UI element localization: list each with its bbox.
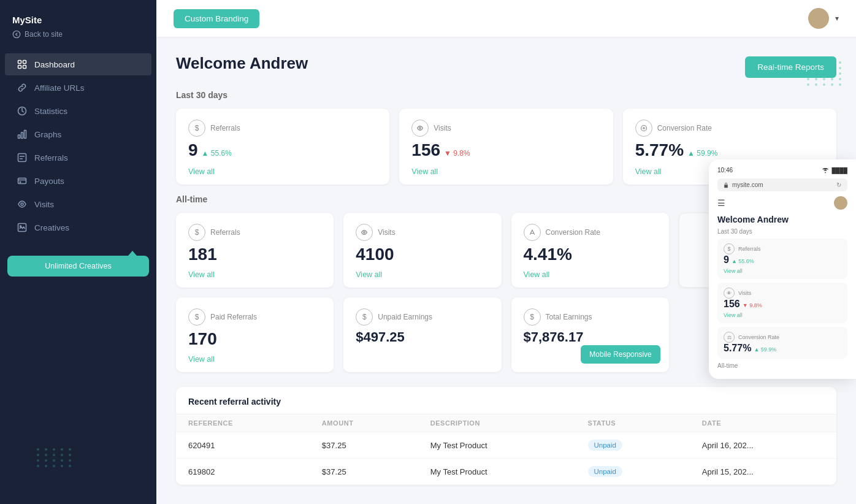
mobile-ref-change: ▲ 55.6% — [732, 258, 754, 264]
alltime-paid-referrals-card: $ Paid Referrals 170 View all — [176, 297, 334, 372]
mobile-nav-row: ☰ — [717, 196, 847, 210]
main-area: Custom Branding ▾ Welcome Andrew Real-ti… — [156, 0, 856, 504]
sidebar-item-creatives[interactable]: Creatives — [5, 216, 151, 239]
sidebar-item-label: Payouts — [34, 177, 64, 186]
cell-status: Unpaid — [576, 459, 690, 485]
mobile-visits-value: 156 — [724, 299, 740, 310]
total-value: $7,876.17 — [524, 329, 584, 345]
cell-date: April 15, 202... — [690, 459, 836, 485]
sidebar-item-payouts[interactable]: Payouts — [5, 170, 151, 192]
table-row: 620491 $37.25 My Test Product Unpaid Apr… — [176, 432, 836, 459]
alltime-total-card: $ Total Earnings $7,876.17 Mobile Respon… — [511, 297, 669, 372]
mobile-visits-view-all[interactable]: View all — [724, 312, 841, 318]
alltime-conversion-card: Conversion Rate 4.41% View all — [511, 213, 669, 288]
at-visits-value: 4100 — [356, 245, 394, 264]
sidebar-item-referrals[interactable]: Referrals — [5, 147, 151, 169]
at-referrals-icon: $ — [188, 224, 205, 241]
mobile-responsive-button[interactable]: Mobile Responsive — [581, 345, 660, 364]
dashboard-icon — [17, 59, 27, 69]
col-status: STATUS — [576, 414, 690, 432]
sidebar-item-visits[interactable]: Visits — [5, 193, 151, 215]
svg-rect-1 — [18, 61, 21, 64]
svg-point-14 — [20, 226, 21, 227]
mobile-alltime-label: All-time — [717, 362, 847, 369]
avatar-icon — [812, 12, 825, 25]
svg-point-11 — [20, 181, 21, 183]
sidebar-item-label: Graphs — [34, 130, 61, 139]
table-row: 619802 $37.25 My Test Product Unpaid Apr… — [176, 459, 836, 485]
at-conversion-label: Conversion Rate — [546, 228, 600, 237]
mobile-visits-icon: 👁 — [724, 288, 735, 299]
wifi-icon — [822, 167, 829, 174]
paid-ref-view-all[interactable]: View all — [188, 355, 321, 364]
cell-ref: 619802 — [176, 459, 310, 485]
avatar[interactable] — [808, 8, 829, 29]
mobile-referrals-card: $ Referrals 9 ▲ 55.6% View all — [717, 239, 847, 279]
svg-point-16 — [419, 128, 421, 129]
mobile-menu-icon: ☰ — [717, 198, 725, 208]
sidebar: MySite Back to site Dashboard Affiliate … — [0, 0, 156, 504]
topbar: Custom Branding ▾ — [156, 0, 856, 37]
mobile-welcome-title: Welcome Andrew — [717, 215, 847, 224]
col-description: DESCRIPTION — [418, 414, 576, 432]
mobile-avatar — [834, 196, 847, 210]
mobile-visits-card: 👁 Visits 156 ▼ 9.8% View all — [717, 283, 847, 323]
svg-rect-3 — [18, 66, 21, 69]
at-visits-view-all[interactable]: View all — [356, 270, 489, 279]
mobile-ref-view-all[interactable]: View all — [724, 268, 841, 274]
svg-point-18 — [364, 232, 365, 234]
at-conversion-view-all[interactable]: View all — [524, 270, 657, 279]
mobile-visits-label: Visits — [738, 290, 751, 296]
mobile-ref-value: 9 — [724, 254, 729, 265]
sidebar-item-dashboard[interactable]: Dashboard — [5, 53, 151, 75]
paid-ref-icon: $ — [188, 308, 205, 326]
mobile-conversion-change: ▲ 59.9% — [754, 346, 776, 353]
svg-rect-4 — [23, 66, 26, 69]
sidebar-item-label: Statistics — [34, 107, 67, 116]
mobile-urlbar: mysite.com ↻ — [717, 178, 847, 191]
sidebar-item-graphs[interactable]: Graphs — [5, 123, 151, 145]
svg-point-15 — [816, 15, 820, 19]
alltime-unpaid-card: $ Unpaid Earnings $497.25 — [343, 297, 501, 372]
col-date: DATE — [690, 414, 836, 432]
last30-referrals-card: $ Referrals 9 ▲ 55.6% View all — [176, 109, 389, 185]
at-conversion-icon — [524, 224, 541, 241]
sidebar-item-label: Visits — [34, 200, 54, 209]
visits-view-all[interactable]: View all — [411, 167, 600, 176]
col-amount: AMOUNT — [310, 414, 418, 432]
mobile-visits-change: ▼ 9.8% — [743, 302, 762, 308]
visits-icon — [17, 199, 27, 209]
total-icon: $ — [524, 308, 541, 326]
svg-rect-8 — [25, 131, 26, 139]
sidebar-item-affiliate-urls[interactable]: Affiliate URLs — [5, 77, 151, 99]
conversion-value: 5.77% — [635, 140, 684, 160]
recent-activity-table: Recent referral activity REFERENCE AMOUN… — [176, 387, 836, 485]
payouts-icon — [17, 176, 27, 186]
svg-rect-6 — [18, 135, 20, 139]
svg-rect-20 — [724, 185, 728, 188]
at-referrals-label: Referrals — [210, 228, 240, 237]
topbar-left: Custom Branding — [174, 9, 259, 28]
at-referrals-view-all[interactable]: View all — [188, 270, 321, 279]
mobile-last30-label: Last 30 days — [717, 228, 847, 235]
at-visits-label: Visits — [378, 228, 395, 237]
svg-rect-10 — [18, 178, 26, 184]
svg-rect-9 — [18, 154, 26, 162]
svg-rect-2 — [23, 61, 26, 64]
unpaid-icon: $ — [356, 308, 373, 326]
sidebar-nav: Dashboard Affiliate URLs Statistics — [0, 48, 156, 243]
conversion-change: ▲ 59.9% — [687, 149, 717, 158]
sidebar-item-label: Dashboard — [34, 60, 75, 69]
welcome-title: Welcome Andrew — [176, 54, 308, 73]
lock-icon — [724, 182, 728, 188]
mobile-status-icons: ████ — [822, 167, 847, 174]
svg-point-21 — [838, 199, 843, 204]
affiliate-icon — [17, 83, 27, 93]
back-to-site[interactable]: Back to site — [0, 28, 156, 48]
sidebar-item-statistics[interactable]: Statistics — [5, 100, 151, 122]
referrals-view-all[interactable]: View all — [188, 167, 377, 176]
referrals-value: 9 — [188, 140, 198, 160]
custom-branding-button[interactable]: Custom Branding — [174, 9, 259, 28]
sidebar-item-label: Affiliate URLs — [34, 83, 85, 93]
avatar-dropdown-chevron[interactable]: ▾ — [835, 14, 839, 23]
